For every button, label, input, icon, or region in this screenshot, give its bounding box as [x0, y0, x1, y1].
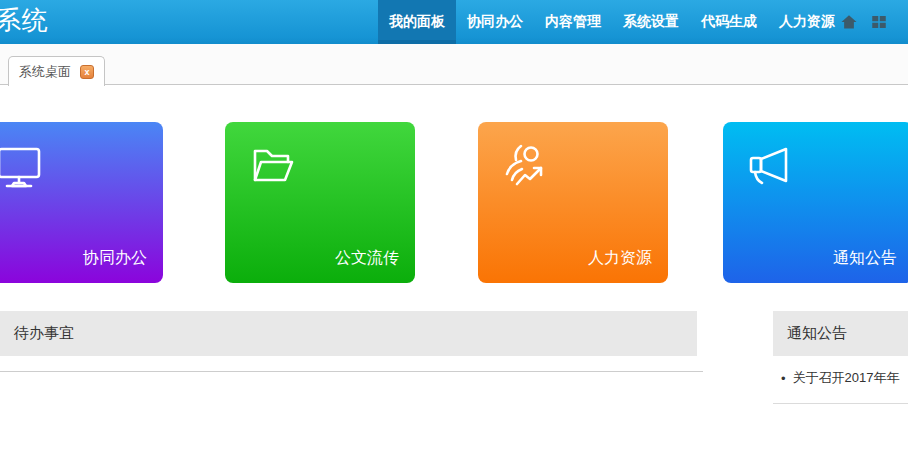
monitor-icon — [0, 142, 43, 190]
tile-collaboration[interactable]: 协同办公 — [0, 122, 163, 283]
todo-panel-title: 待办事宜 — [14, 324, 74, 343]
running-person-icon — [500, 142, 548, 190]
tab-system-desktop[interactable]: 系统桌面 x — [8, 56, 105, 86]
tab-close-icon[interactable]: x — [80, 65, 94, 79]
notice-item-text: 关于召开2017年年 — [793, 369, 900, 387]
grid-icon[interactable] — [870, 13, 888, 31]
tile-document-flow[interactable]: 公文流传 — [225, 122, 415, 283]
nav-item-code-gen[interactable]: 代码生成 — [690, 0, 768, 44]
tile-label: 协同办公 — [83, 248, 147, 269]
tile-notices[interactable]: 通知公告 — [723, 122, 908, 283]
nav-item-hr[interactable]: 人力资源 — [768, 0, 846, 44]
todo-panel-divider — [0, 371, 703, 372]
header-icon-group — [840, 0, 888, 44]
main-nav: 我的面板 协同办公 内容管理 系统设置 代码生成 人力资源 — [378, 0, 846, 44]
tab-label: 系统桌面 — [19, 63, 71, 81]
notice-panel-title: 通知公告 — [787, 324, 847, 343]
notice-panel-divider — [773, 403, 908, 404]
app-title: 系统 — [0, 3, 49, 38]
bullet-icon: • — [781, 371, 786, 386]
nav-item-collaboration[interactable]: 协同办公 — [456, 0, 534, 44]
notice-panel-header: 通知公告 — [773, 311, 908, 356]
notice-list-item[interactable]: • 关于召开2017年年 — [773, 364, 908, 392]
open-folder-icon — [247, 142, 295, 190]
tile-label: 公文流传 — [335, 248, 399, 269]
todo-panel-header: 待办事宜 — [0, 311, 697, 356]
desktop-page: 系统 我的面板 协同办公 内容管理 系统设置 代码生成 人力资源 系统桌面 x — [0, 0, 908, 454]
tile-label: 人力资源 — [588, 248, 652, 269]
nav-item-content-mgmt[interactable]: 内容管理 — [534, 0, 612, 44]
nav-item-system-settings[interactable]: 系统设置 — [612, 0, 690, 44]
tile-label: 通知公告 — [833, 248, 897, 269]
nav-item-my-dashboard[interactable]: 我的面板 — [378, 0, 456, 44]
top-header-bar: 系统 我的面板 协同办公 内容管理 系统设置 代码生成 人力资源 — [0, 0, 908, 44]
megaphone-icon — [745, 142, 793, 190]
tab-bar: 系统桌面 x — [0, 44, 908, 85]
home-icon[interactable] — [840, 13, 858, 31]
tile-hr[interactable]: 人力资源 — [478, 122, 668, 283]
